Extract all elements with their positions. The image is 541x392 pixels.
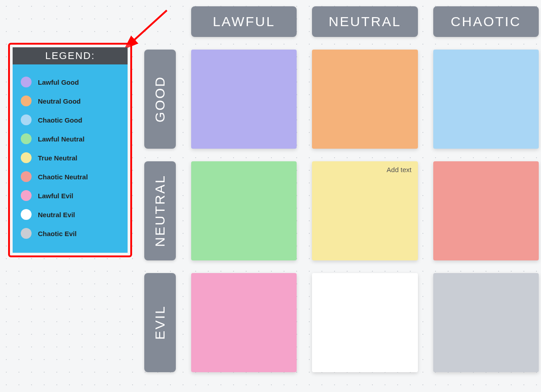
legend-label: Neutral Evil	[38, 211, 75, 219]
legend-label: Chaotic Neutral	[38, 173, 88, 181]
row-header[interactable]: GOOD	[144, 50, 176, 149]
legend-swatch	[21, 209, 32, 220]
legend-item: Lawful Good	[19, 73, 121, 91]
legend-swatch	[21, 96, 32, 106]
legend-swatch	[21, 228, 32, 239]
legend-item: Lawful Evil	[19, 186, 121, 205]
legend-swatch	[21, 77, 32, 87]
alignment-cell[interactable]	[312, 50, 417, 149]
legend-swatch	[21, 152, 32, 163]
row-header-label: GOOD	[152, 76, 168, 123]
alignment-cell[interactable]	[312, 273, 417, 372]
row-header[interactable]: EVIL	[144, 273, 176, 372]
legend-label: Neutral Good	[38, 97, 81, 105]
legend-label: True Neutral	[38, 154, 78, 162]
legend-body: Lawful GoodNeutral GoodChaotic GoodLawfu…	[13, 64, 128, 253]
legend-label: Lawful Good	[38, 78, 79, 86]
alignment-cell[interactable]: Add text	[312, 161, 417, 260]
legend-item: Chaotic Neutral	[19, 167, 121, 186]
legend-item: Chaotic Good	[19, 110, 121, 129]
alignment-grid: LAWFULNEUTRALCHAOTICGOODNEUTRALAdd textE…	[144, 6, 539, 372]
alignment-cell[interactable]	[191, 273, 297, 372]
alignment-cell[interactable]	[433, 273, 539, 372]
legend-label: Lawful Evil	[38, 192, 73, 200]
row-header[interactable]: NEUTRAL	[144, 161, 176, 260]
row-header-label: EVIL	[152, 305, 168, 340]
legend-item: Neutral Evil	[19, 205, 121, 224]
legend-label: Chaotic Good	[38, 116, 82, 124]
legend-item: True Neutral	[19, 148, 121, 167]
legend-label: Lawful Neutral	[38, 135, 84, 143]
legend-swatch	[21, 133, 32, 144]
row-header-label: NEUTRAL	[152, 174, 168, 247]
legend-item: Lawful Neutral	[19, 129, 121, 148]
legend-swatch	[21, 190, 32, 201]
alignment-cell[interactable]	[191, 161, 297, 260]
cell-placeholder[interactable]: Add text	[387, 166, 412, 173]
legend-swatch	[21, 171, 32, 182]
column-header[interactable]: CHAOTIC	[433, 6, 539, 37]
grid-corner	[144, 6, 176, 37]
legend-swatch	[21, 114, 32, 125]
alignment-cell[interactable]	[433, 50, 539, 149]
legend-panel: LEGEND: Lawful GoodNeutral GoodChaotic G…	[8, 43, 132, 257]
column-header[interactable]: NEUTRAL	[312, 6, 417, 37]
column-header[interactable]: LAWFUL	[191, 6, 297, 37]
legend-label: Chaotic Evil	[38, 230, 77, 237]
legend-item: Neutral Good	[19, 91, 121, 110]
legend-item: Chaotic Evil	[19, 224, 121, 243]
alignment-cell[interactable]	[191, 50, 297, 149]
alignment-cell[interactable]	[433, 161, 539, 260]
legend-title: LEGEND:	[13, 47, 128, 64]
